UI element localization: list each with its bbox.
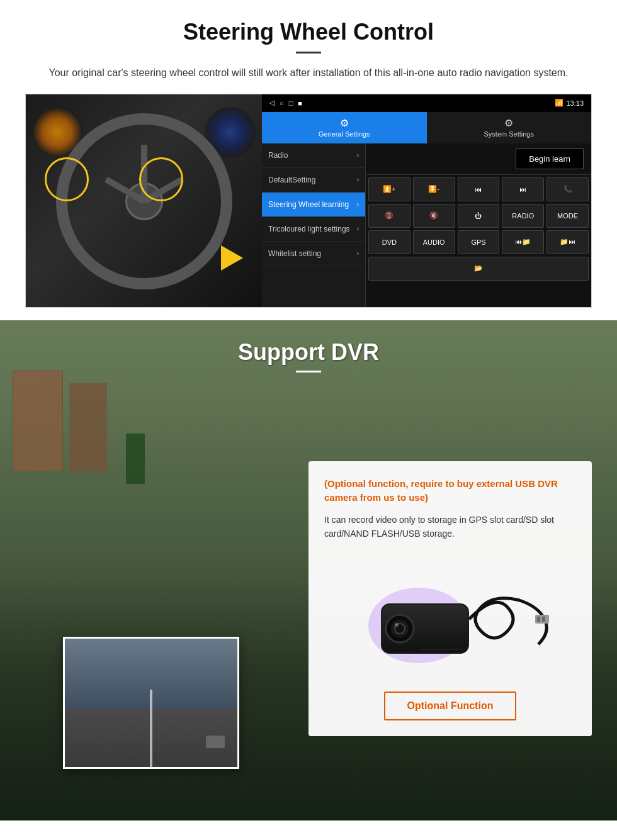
tab-system-label: System Settings bbox=[484, 130, 534, 138]
next-track-button[interactable]: ⏭ bbox=[502, 177, 544, 201]
dvr-screenshot-inner bbox=[65, 639, 237, 767]
dvr-screenshot bbox=[63, 637, 239, 769]
statusbar-nav: ◁ ○ □ ■ bbox=[269, 99, 302, 107]
ctrl-row-3: DVD AUDIO GPS ⏮📁 📁⏭ bbox=[368, 230, 589, 254]
menu-radio-label: Radio bbox=[268, 151, 288, 160]
gps-button[interactable]: GPS bbox=[458, 230, 500, 254]
road-visual bbox=[65, 639, 237, 767]
nav-menu-icon: ■ bbox=[298, 99, 302, 107]
road-car bbox=[206, 736, 225, 748]
wifi-icon: 📶 bbox=[555, 99, 563, 107]
menu-item-default[interactable]: DefaultSetting › bbox=[262, 168, 365, 193]
dvr-optional-title: (Optional function, require to buy exter… bbox=[324, 477, 576, 505]
optional-btn-container: Optional Function bbox=[324, 692, 576, 720]
vol-down-button[interactable]: ⏬- bbox=[413, 177, 455, 201]
prev-folder-button[interactable]: ⏮📁 bbox=[502, 230, 544, 254]
statusbar: ◁ ○ □ ■ 📶 13:13 bbox=[262, 94, 591, 112]
gear-icon: ⚙ bbox=[340, 117, 349, 129]
chevron-right-icon: › bbox=[357, 152, 359, 159]
next-folder-button[interactable]: 📁⏭ bbox=[546, 230, 589, 254]
tab-system-settings[interactable]: ⚙ System Settings bbox=[427, 112, 592, 143]
vol-up-button[interactable]: ⏫+ bbox=[368, 177, 410, 201]
menu-whitelist-label: Whitelist setting bbox=[268, 249, 321, 258]
nav-back-icon: ◁ bbox=[269, 99, 275, 107]
highlight-right bbox=[139, 157, 183, 201]
nav-home-icon: ○ bbox=[280, 99, 284, 107]
menu-item-steering[interactable]: Steering Wheel learning › bbox=[262, 193, 365, 217]
dvr-section: Support DVR (Optional function, require … bbox=[0, 320, 617, 820]
dvr-camera-svg bbox=[343, 556, 557, 676]
settings-menu: Radio › DefaultSetting › Steering Wheel … bbox=[262, 143, 366, 307]
dvr-divider bbox=[296, 371, 321, 372]
menu-steering-label: Steering Wheel learning bbox=[268, 200, 349, 209]
begin-learn-row: Begin learn bbox=[366, 143, 591, 175]
phone-button[interactable]: 📞 bbox=[546, 177, 589, 201]
dvr-right: (Optional function, require to buy exter… bbox=[302, 379, 617, 819]
dvr-info-card: (Optional function, require to buy exter… bbox=[308, 461, 592, 737]
dvr-title: Support DVR bbox=[0, 339, 617, 366]
tab-general-settings[interactable]: ⚙ General Settings bbox=[262, 112, 427, 143]
hang-up-button[interactable]: 📵 bbox=[368, 204, 410, 228]
menu-item-whitelist[interactable]: Whitelist setting › bbox=[262, 242, 365, 266]
radio-button[interactable]: RADIO bbox=[502, 204, 544, 228]
chevron-right-icon: › bbox=[357, 176, 359, 183]
section1-title: Steering Wheel Control bbox=[25, 19, 592, 45]
dvd-button[interactable]: DVD bbox=[368, 230, 410, 254]
settings-icon: ⚙ bbox=[504, 117, 513, 129]
highlight-left bbox=[45, 157, 89, 201]
optional-function-button[interactable]: Optional Function bbox=[384, 692, 517, 720]
section1-subtitle: Your original car's steering wheel contr… bbox=[38, 65, 579, 81]
clock: 13:13 bbox=[566, 99, 584, 107]
folder-button[interactable]: 📂 bbox=[368, 257, 589, 281]
dvr-description: It can record video only to storage in G… bbox=[324, 513, 576, 541]
menu-tricoloured-label: Tricoloured light settings bbox=[268, 225, 350, 233]
chevron-right-icon: › bbox=[357, 250, 359, 257]
chevron-right-icon: › bbox=[357, 201, 359, 208]
svg-point-6 bbox=[395, 623, 399, 627]
ctrl-row-4: 📂 bbox=[368, 257, 589, 281]
begin-learn-button[interactable]: Begin learn bbox=[516, 148, 584, 169]
ui-panel: ◁ ○ □ ■ 📶 13:13 ⚙ General Settings ⚙ bbox=[25, 94, 592, 308]
mute-button[interactable]: 🔇 bbox=[413, 204, 455, 228]
prev-track-button[interactable]: ⏮ bbox=[458, 177, 500, 201]
tab-general-label: General Settings bbox=[319, 130, 370, 138]
nav-recent-icon: □ bbox=[289, 99, 293, 107]
dvr-content: (Optional function, require to buy exter… bbox=[0, 379, 617, 819]
dvr-header: Support DVR bbox=[0, 320, 617, 379]
settings-right-panel: Begin learn ⏫+ ⏬- ⏮ ⏭ 📞 📵 bbox=[366, 143, 591, 307]
steering-wheel-section: Steering Wheel Control Your original car… bbox=[0, 0, 617, 320]
ctrl-row-1: ⏫+ ⏬- ⏮ ⏭ 📞 bbox=[368, 177, 589, 201]
road-lane bbox=[150, 690, 152, 766]
statusbar-time: 📶 13:13 bbox=[555, 99, 584, 107]
settings-content: Radio › DefaultSetting › Steering Wheel … bbox=[262, 143, 591, 307]
svg-rect-11 bbox=[542, 617, 545, 622]
arrow-indicator bbox=[221, 245, 243, 271]
ctrl-row-2: 📵 🔇 ⏻ RADIO MODE bbox=[368, 204, 589, 228]
audio-button[interactable]: AUDIO bbox=[413, 230, 455, 254]
android-tabs: ⚙ General Settings ⚙ System Settings bbox=[262, 112, 591, 143]
power-button[interactable]: ⏻ bbox=[458, 204, 500, 228]
control-grid: ⏫+ ⏬- ⏮ ⏭ 📞 📵 🔇 ⏻ RADIO MODE bbox=[366, 175, 591, 283]
android-panel: ◁ ○ □ ■ 📶 13:13 ⚙ General Settings ⚙ bbox=[262, 94, 591, 307]
dvr-camera-visual bbox=[324, 553, 576, 679]
menu-item-radio[interactable]: Radio › bbox=[262, 143, 365, 168]
section1-divider bbox=[296, 52, 321, 53]
mode-button[interactable]: MODE bbox=[546, 204, 589, 228]
menu-default-label: DefaultSetting bbox=[268, 176, 315, 184]
steering-wheel-image bbox=[26, 94, 262, 308]
steering-wheel bbox=[56, 113, 232, 289]
chevron-right-icon: › bbox=[357, 225, 359, 232]
menu-item-tricoloured[interactable]: Tricoloured light settings › bbox=[262, 217, 365, 242]
svg-rect-10 bbox=[537, 617, 540, 622]
dvr-left bbox=[0, 379, 302, 819]
